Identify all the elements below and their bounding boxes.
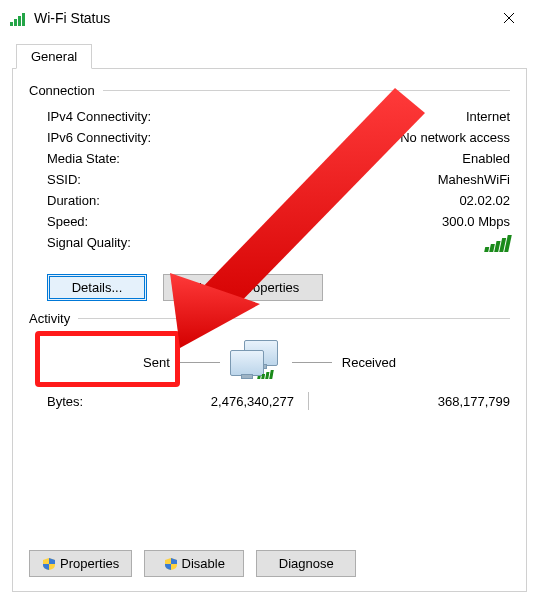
row-ipv4: IPv4 Connectivity: Internet <box>29 106 510 127</box>
ipv6-label: IPv6 Connectivity: <box>47 130 370 145</box>
row-duration: Duration: 02.02.02 <box>29 190 510 211</box>
activity-icon-row: Sent Rec <box>29 334 510 388</box>
row-ipv6: IPv6 Connectivity: No network access <box>29 127 510 148</box>
ipv4-value: Internet <box>370 109 510 124</box>
row-signal-quality: Signal Quality: <box>29 232 510 258</box>
bytes-received-value: 368,177,799 <box>309 394 510 409</box>
media-value: Enabled <box>370 151 510 166</box>
group-connection-label: Connection <box>29 83 95 98</box>
tab-general[interactable]: General <box>16 44 92 69</box>
bottom-button-row: Properties Disable Diagnose <box>29 550 510 577</box>
details-button[interactable]: Details... <box>47 274 147 301</box>
row-ssid: SSID: MaheshWiFi <box>29 169 510 190</box>
tab-container: General Connection IPv4 Connectivity: In… <box>12 42 527 592</box>
shield-icon <box>164 557 178 571</box>
ssid-label: SSID: <box>47 172 370 187</box>
bytes-sent-value: 2,476,340,277 <box>107 394 308 409</box>
bytes-label: Bytes: <box>47 394 107 409</box>
group-activity-header: Activity <box>29 311 510 326</box>
connection-button-row: Details... Wireless Properties <box>47 274 510 301</box>
titlebar: Wi-Fi Status <box>0 0 539 36</box>
shield-icon <box>42 557 56 571</box>
speed-value: 300.0 Mbps <box>370 214 510 229</box>
received-label: Received <box>342 355 396 370</box>
properties-button[interactable]: Properties <box>29 550 132 577</box>
divider <box>78 318 510 319</box>
close-button[interactable] <box>489 3 529 33</box>
signal-quality-label: Signal Quality: <box>47 235 370 255</box>
sent-label: Sent <box>143 355 170 370</box>
group-connection-header: Connection <box>29 83 510 98</box>
window-title: Wi-Fi Status <box>34 10 489 26</box>
wifi-signal-icon <box>10 10 26 26</box>
duration-label: Duration: <box>47 193 370 208</box>
divider <box>103 90 510 91</box>
divider <box>180 362 220 363</box>
signal-bars-icon <box>484 235 512 252</box>
properties-button-label: Properties <box>60 556 119 571</box>
speed-label: Speed: <box>47 214 370 229</box>
row-speed: Speed: 300.0 Mbps <box>29 211 510 232</box>
wireless-properties-button[interactable]: Wireless Properties <box>163 274 323 301</box>
row-media: Media State: Enabled <box>29 148 510 169</box>
ipv4-label: IPv4 Connectivity: <box>47 109 370 124</box>
dialog-body: General Connection IPv4 Connectivity: In… <box>12 42 527 592</box>
bytes-row: Bytes: 2,476,340,277 368,177,799 <box>29 388 510 420</box>
ipv6-value: No network access <box>370 130 510 145</box>
group-activity-label: Activity <box>29 311 70 326</box>
divider <box>292 362 332 363</box>
diagnose-button[interactable]: Diagnose <box>256 550 356 577</box>
close-icon <box>503 12 515 24</box>
wifi-status-window: Wi-Fi Status General Connection IPv4 Con… <box>0 0 539 604</box>
network-monitors-icon <box>230 340 282 384</box>
media-label: Media State: <box>47 151 370 166</box>
duration-value: 02.02.02 <box>370 193 510 208</box>
disable-button-label: Disable <box>182 556 225 571</box>
activity-group: Activity Sent <box>29 311 510 420</box>
tab-panel-general: Connection IPv4 Connectivity: Internet I… <box>12 68 527 592</box>
disable-button[interactable]: Disable <box>144 550 244 577</box>
signal-quality-value <box>370 235 510 255</box>
ssid-value: MaheshWiFi <box>370 172 510 187</box>
